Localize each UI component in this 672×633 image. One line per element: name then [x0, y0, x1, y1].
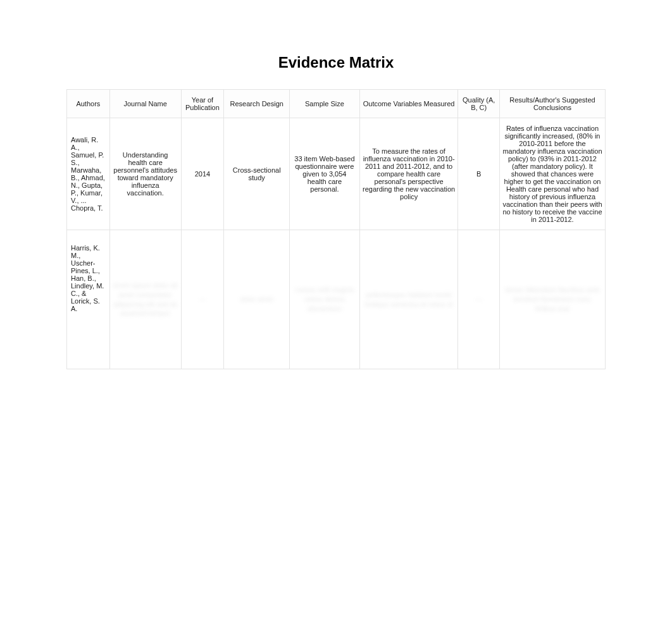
- col-header-results: Results/Author's Suggested Conclusions: [499, 90, 605, 118]
- col-header-year: Year of Publication: [181, 90, 224, 118]
- col-header-authors: Authors: [67, 90, 110, 118]
- table-row: Harris, K. M., Uscher-Pines, L., Han, B.…: [67, 230, 606, 369]
- cell-sample: 33 item Web-based questionnaire were giv…: [290, 118, 360, 230]
- col-header-design: Research Design: [224, 90, 290, 118]
- cell-year: 2014: [181, 118, 224, 230]
- cell-year-blurred: —: [181, 230, 224, 369]
- cell-authors: Awali, R. A., Samuel, P. S., Marwaha, B.…: [67, 118, 110, 230]
- content-fade-mask: [0, 417, 672, 633]
- cell-journal: Understanding health care personnel's at…: [109, 118, 181, 230]
- table-header-row: Authors Journal Name Year of Publication…: [67, 90, 606, 118]
- cell-outcomes-blurred: pellentesque habitant morbi tristique se…: [359, 230, 458, 369]
- cell-design: Cross-sectional study: [224, 118, 290, 230]
- cell-design-blurred: dolor amet: [224, 230, 290, 369]
- cell-authors: Harris, K. M., Uscher-Pines, L., Han, B.…: [67, 230, 110, 369]
- cell-quality: B: [458, 118, 499, 230]
- col-header-outcomes: Outcome Variables Measured: [359, 90, 458, 118]
- table-row: Awali, R. A., Samuel, P. S., Marwaha, B.…: [67, 118, 606, 230]
- col-header-quality: Quality (A, B, C): [458, 90, 499, 118]
- col-header-sample: Sample Size: [290, 90, 360, 118]
- cell-sample-blurred: cursus velit magnis varius dictum elemen…: [290, 230, 360, 369]
- cell-journal-blurred: lorem ipsum dolor sit amet consectetur a…: [109, 230, 181, 369]
- cell-results-blurred: donec bibendum faucibus ante tincidunt f…: [499, 230, 605, 369]
- cell-results: Rates of influenza vaccination significa…: [499, 118, 605, 230]
- cell-outcomes: To measure the rates of influenza vaccin…: [359, 118, 458, 230]
- page-title: Evidence Matrix: [66, 54, 606, 71]
- col-header-journal: Journal Name: [109, 90, 181, 118]
- cell-quality-blurred: —: [458, 230, 499, 369]
- evidence-matrix-table: Authors Journal Name Year of Publication…: [66, 89, 606, 369]
